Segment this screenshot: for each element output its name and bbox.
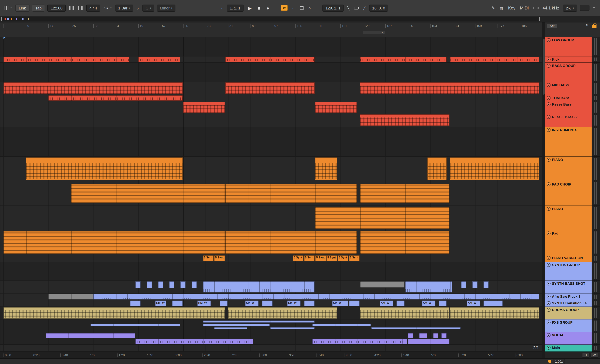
clip[interactable] (135, 339, 253, 344)
arrow-right-icon[interactable]: → (553, 30, 556, 34)
clip[interactable] (169, 281, 174, 288)
clip[interactable] (360, 82, 539, 94)
clip[interactable]: KM_W (245, 300, 259, 306)
clip[interactable] (3, 231, 225, 254)
clip[interactable]: 5 Synt (315, 255, 326, 261)
track-header-synth-bass-shot[interactable]: ▾SYNTH BASS SHOT (545, 281, 591, 293)
clip[interactable] (71, 184, 225, 203)
clip[interactable]: 5 Synt (326, 255, 337, 261)
clip[interactable] (46, 333, 135, 338)
group-fold-icon[interactable]: ≡ (547, 308, 551, 312)
clip[interactable] (349, 300, 360, 306)
beat-time-ruler[interactable]: ◁ 19172533414957657381899710511312112913… (0, 22, 542, 37)
track-header-kick[interactable]: ▾Kick (545, 56, 591, 63)
clip[interactable] (262, 300, 273, 306)
computer-midi-keyboard-icon[interactable]: ▦ (499, 5, 505, 11)
loop-circle-button[interactable]: ○ (307, 5, 312, 11)
track-fold-icon[interactable]: ▾ (547, 102, 551, 106)
clip[interactable] (371, 327, 461, 329)
track-lane-synth-bass-shot[interactable] (0, 281, 542, 293)
group-fold-icon[interactable]: ≡ (547, 333, 551, 337)
track-header-fxs-group[interactable]: ≡FXS GROUP (545, 319, 591, 332)
scale-root-menu[interactable]: G▾ (142, 4, 154, 11)
clip[interactable] (93, 294, 539, 300)
clip[interactable] (408, 339, 450, 344)
track-fold-icon[interactable]: ▾ (547, 158, 551, 162)
clip[interactable] (158, 281, 163, 288)
clip[interactable]: 5 Synt (203, 255, 214, 261)
arrangement-grid[interactable]: 2/1 5 Synt5 Synt5 Synt5 Synt5 Synt5 Synt… (0, 37, 542, 352)
clip[interactable] (360, 281, 404, 288)
zoom-height-button[interactable]: H (582, 353, 589, 358)
clip[interactable]: 5 Synt (293, 255, 303, 261)
punch-out-icon[interactable]: ╱ (362, 5, 366, 11)
track-lane-resse-bass[interactable] (0, 101, 542, 114)
clip[interactable] (203, 320, 315, 323)
track-fold-icon[interactable]: ▾ (547, 96, 551, 100)
clip[interactable] (360, 114, 450, 126)
clip[interactable] (192, 281, 197, 288)
punch-in-icon[interactable]: ╲ (346, 5, 350, 11)
zoom-width-button[interactable]: W (590, 353, 598, 358)
clip[interactable] (203, 324, 270, 326)
track-header-resse-bass-2[interactable]: ▾RESSE BASS 2 (545, 114, 591, 127)
clip[interactable] (484, 281, 489, 288)
clip[interactable] (450, 157, 539, 180)
loop-start-field[interactable]: 129. 1. 1 (322, 4, 344, 11)
track-fold-icon[interactable]: ▾ (547, 207, 551, 211)
track-header-pad[interactable]: ▾Pad (545, 230, 591, 255)
scrollbar-thumb[interactable] (543, 39, 544, 95)
clip[interactable] (135, 281, 141, 288)
clip[interactable] (450, 307, 539, 319)
track-header-vocal[interactable]: ≡VOCAL (545, 332, 591, 345)
clip[interactable] (405, 281, 452, 292)
clip[interactable] (225, 82, 315, 94)
clip[interactable] (48, 294, 93, 300)
automation-frame-button[interactable] (299, 5, 305, 10)
link-chain-button[interactable]: ∞ (281, 5, 288, 11)
overview-viewport[interactable] (1, 17, 540, 21)
view-columns-icon[interactable]: ▾ (3, 5, 13, 11)
clip[interactable] (441, 333, 447, 338)
key-map-button[interactable]: Key (507, 5, 516, 11)
track-header-low-group[interactable]: ≡LOW GROUP (545, 37, 591, 56)
clip[interactable] (225, 184, 357, 203)
clip[interactable]: KM_W (467, 300, 480, 306)
track-fold-icon[interactable]: ▾ (547, 182, 551, 186)
clip[interactable]: 5 Synt (338, 255, 348, 261)
play-button[interactable]: ▶ (246, 5, 253, 11)
track-fold-icon[interactable]: ▾ (547, 346, 551, 350)
clip[interactable] (360, 57, 447, 62)
track-header-pad-choir[interactable]: ▾PAD CHOIR (545, 181, 591, 206)
arrangement-overview[interactable] (0, 16, 600, 22)
track-header-piano[interactable]: ▾PIANO (545, 206, 591, 230)
track-header-main[interactable]: ▾Main (545, 345, 591, 352)
clip[interactable]: KM_W (287, 300, 301, 306)
lock-icon[interactable] (592, 25, 597, 28)
loop-length-field[interactable]: 16. 0. 0 (369, 4, 388, 11)
loop-switch-button[interactable] (353, 6, 360, 10)
arrow-left-icon[interactable]: ← (547, 30, 551, 34)
clip[interactable] (225, 57, 315, 62)
track-header-resse-bass[interactable]: ▾Resse Bass (545, 101, 591, 114)
clip[interactable]: KM_W (155, 300, 166, 306)
track-lane-resse-bass-2[interactable] (0, 114, 542, 127)
track-fold-icon[interactable]: ▾ (547, 295, 551, 298)
clip[interactable] (408, 333, 413, 338)
cpu-load-meter[interactable]: 2%▾ (563, 4, 577, 11)
track-fold-icon[interactable]: ▾ (547, 282, 551, 285)
track-lane-bass-group[interactable] (0, 63, 542, 82)
track-lane-synth-transition-le[interactable]: KM_WKM_WKM_WKM_WKM_WKM_WKM_WKM_W (0, 300, 542, 307)
track-lane-synths-group[interactable] (0, 262, 542, 281)
clip[interactable] (360, 231, 450, 254)
track-lane-main[interactable] (0, 345, 542, 352)
clip[interactable]: KM_W (422, 300, 435, 306)
track-fold-icon[interactable]: ▾ (547, 83, 551, 87)
link-button[interactable]: Link (15, 4, 29, 11)
clip[interactable]: KM_W (197, 300, 211, 306)
clip[interactable] (461, 281, 466, 288)
nudge-down-button[interactable] (68, 5, 75, 10)
pencil-icon[interactable]: ✎ (586, 23, 589, 28)
loop-brace[interactable] (363, 31, 385, 34)
track-header-synth-transition-le[interactable]: ▾SYNTH Transition Le (545, 300, 591, 307)
